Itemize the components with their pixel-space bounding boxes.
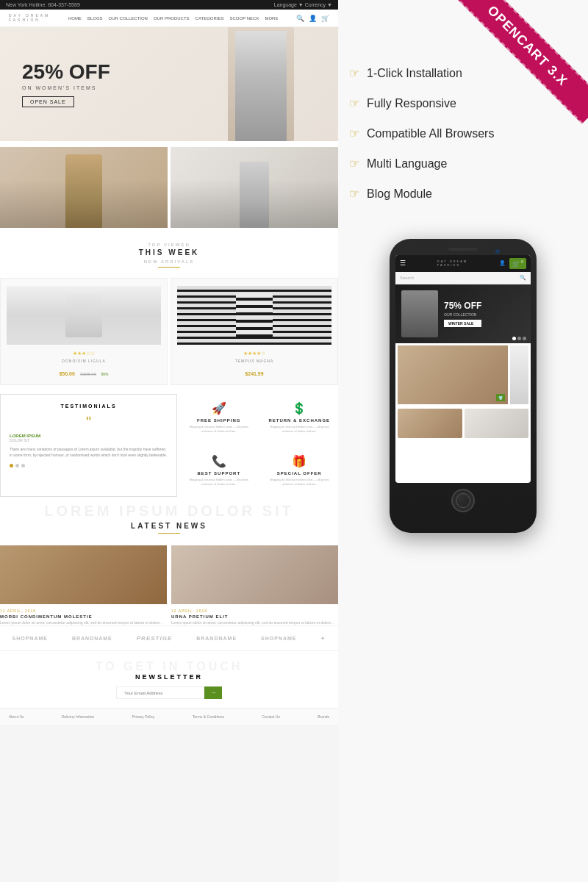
newsletter-form: →	[9, 686, 329, 699]
phone-thumb-2	[465, 409, 529, 438]
phone-product-main: 👕	[398, 345, 508, 404]
news-card-2: 12 APRIL, 2018 URNA PRETIUM ELIT Lorem i…	[171, 545, 338, 625]
brand-4: BRANDNAME	[196, 636, 237, 641]
product-price-row-2: $241.99	[177, 365, 331, 379]
phone-home-button	[451, 489, 475, 512]
phone-logo: DAY DREAM FASHION	[437, 259, 467, 267]
phone-home-button-inner	[456, 493, 470, 508]
footer-link-delivery[interactable]: Delivery Information	[62, 714, 94, 719]
footer-link-about[interactable]: About Us	[9, 714, 24, 719]
footer-link-privacy[interactable]: Privacy Policy	[132, 714, 154, 719]
news-date-2: 12 APRIL, 2018	[171, 609, 338, 613]
phone-hero-percent: 75% OFF	[444, 301, 481, 311]
ribbon-container: OPENCART 3.X	[441, 0, 588, 147]
hero-model-silhouette	[235, 31, 287, 141]
feature-icon-3: ☞	[349, 157, 359, 171]
category-banners	[0, 141, 338, 234]
hamburger-icon: ☰	[400, 259, 406, 267]
footer-link-brands[interactable]: Brands	[318, 714, 329, 719]
right-panel: OPENCART 3.X ☞ 1-Click Installation ☞ Fu…	[338, 0, 588, 882]
news-title-1: MORBI CONDIMENTUM MOLESTIE	[0, 614, 167, 619]
feature-item-3: ☞ Multi Language	[349, 157, 573, 171]
news-grid: 12 APRIL, 2018 MORBI CONDIMENTUM MOLESTI…	[0, 545, 338, 625]
dot-1	[10, 464, 13, 467]
phone-hero-dots	[512, 337, 526, 340]
product-stars-1: ★★★☆☆	[7, 351, 161, 356]
section-divider	[158, 267, 180, 268]
product-price-2: $241.99	[245, 371, 263, 376]
newsletter-bg-text: TO GET IN TOUCH	[9, 660, 329, 673]
phone-hero-text: 75% OFF OUR COLLECTION WINTER SALE	[444, 301, 481, 327]
site-mockup: New York Hotline: 804-337-5589 Language …	[0, 0, 338, 725]
testimonials-title: TESTIMONIALS	[10, 404, 168, 409]
site-logo: DAY DREAM FASHION	[9, 14, 50, 22]
shipping-icon: 🚀	[186, 401, 252, 415]
phone-product-badge: 👕	[496, 394, 505, 401]
news-card-1: 12 APRIL, 2018 MORBI CONDIMENTUM MOLESTI…	[0, 545, 167, 625]
service-desc-0: Shipping & returnsa hidden costs — all p…	[186, 425, 252, 433]
brand-2: BRANDNAME	[72, 636, 112, 641]
testimonial-dots	[10, 464, 168, 467]
news-divider	[158, 533, 180, 534]
phone-product-thumb	[510, 345, 528, 404]
phone-camera	[495, 249, 500, 254]
phone-thumb-1	[398, 409, 462, 438]
brand-3: Prestige	[137, 635, 172, 642]
phone-mockup-container: ☰ DAY DREAM FASHION 👤 🛒 0 Search 🔍	[338, 239, 588, 548]
brands-section: SHOPNAME BRANDNAME Prestige BRANDNAME SH…	[0, 625, 338, 651]
quote-mark: "	[10, 415, 168, 429]
feature-text-3: Multi Language	[367, 157, 447, 171]
brand-1: SHOPNAME	[12, 636, 47, 641]
section-label-top: TOP VIEWED	[0, 243, 338, 247]
phone-user-icon: 👤	[499, 260, 506, 266]
news-excerpt-1: Lorem ipsum dolor sit amet, consectetur …	[0, 620, 167, 625]
product-card-2: ★★★★☆ TEMPUS MAGNA $241.99	[171, 278, 338, 385]
nav-links: HOME BLOGS OUR COLLECTION OUR PRODUCTS C…	[68, 16, 279, 21]
service-title-3: SPECIAL OFFER	[267, 471, 333, 476]
section-label-new: NEW ARRIVALS	[0, 259, 338, 264]
news-header: LATEST NEWS	[0, 503, 338, 541]
phone-nav: ☰ DAY DREAM FASHION 👤 🛒 0	[395, 255, 531, 272]
product-card-1: ★★★☆☆ DONOISIM LIGULA $50.00 $305.00 86%	[0, 278, 168, 385]
product-price-row-1: $50.00 $305.00 86%	[7, 365, 161, 379]
phone-search-icon: 🔍	[520, 275, 526, 281]
product-image-2	[177, 286, 331, 345]
product-image-1	[7, 286, 161, 345]
nav-bar: DAY DREAM FASHION HOME BLOGS OUR COLLECT…	[0, 10, 338, 27]
user-icon[interactable]: 👤	[309, 15, 317, 22]
testimonial-text: There are many variations of passages of…	[10, 447, 168, 458]
section-title-week: THIS WEEK	[0, 248, 338, 257]
return-icon: 💲	[267, 401, 333, 415]
service-title-1: RETURN & EXCHANGE	[267, 418, 333, 423]
cart-icon[interactable]: 🛒	[321, 15, 329, 22]
service-free-shipping: 🚀 FREE SHIPPING Shipping & returnsa hidd…	[180, 394, 258, 444]
newsletter-title: NEWSLETTER	[9, 673, 329, 681]
phone-product-area: 👕	[395, 343, 531, 406]
feature-icon-1: ☞	[349, 96, 359, 110]
footer-link-contact[interactable]: Contact Us	[262, 714, 280, 719]
news-section-title: LATEST NEWS	[0, 522, 338, 530]
hero-text: 25% OFF ON WOMEN'S ITEMS OPEN SALE	[22, 62, 110, 107]
service-title-2: BEST SUPPORT	[186, 471, 252, 476]
top-bar: New York Hotline: 804-337-5589 Language …	[0, 0, 338, 10]
newsletter-email-input[interactable]	[116, 686, 204, 699]
phone-dot-2	[517, 337, 521, 340]
newsletter-submit-button[interactable]: →	[204, 686, 222, 699]
testimonial-role: DOLOR SIT	[10, 438, 168, 442]
phone-speaker	[448, 248, 478, 251]
hero-banner: 25% OFF ON WOMEN'S ITEMS OPEN SALE	[0, 27, 338, 141]
hero-subtitle: ON WOMEN'S ITEMS	[22, 85, 110, 90]
footer-link-terms[interactable]: Terms & Conditions	[193, 714, 224, 719]
news-title-2: URNA PRETIUM ELIT	[171, 614, 338, 619]
feature-icon-2: ☞	[349, 126, 359, 140]
service-desc-2: Shipping & returnsa hidden costs — all p…	[186, 478, 252, 486]
phone-hero-banner: 75% OFF OUR COLLECTION WINTER SALE	[395, 284, 531, 343]
phone-outer: ☰ DAY DREAM FASHION 👤 🛒 0 Search 🔍	[390, 239, 537, 533]
hero-button[interactable]: OPEN SALE	[22, 96, 74, 107]
news-image-2	[171, 545, 338, 604]
product-name-1: DONOISIM LIGULA	[7, 359, 161, 363]
search-icon[interactable]: 🔍	[296, 15, 304, 22]
service-special: 🎁 SPECIAL OFFER Shipping & returnsa hidd…	[261, 447, 339, 497]
feature-icon-4: ☞	[349, 187, 359, 201]
brand-6: ✦	[320, 636, 326, 642]
